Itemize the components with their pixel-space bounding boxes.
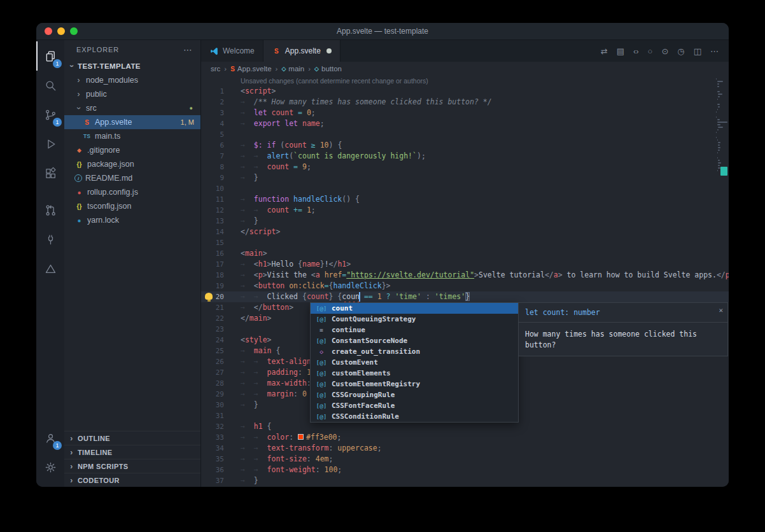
unsaved-dot[interactable] bbox=[326, 48, 332, 53]
tree-item-App.svelte[interactable]: SApp.svelte1, M bbox=[64, 115, 200, 129]
breadcrumb-App.svelte[interactable]: SApp.svelte bbox=[230, 65, 271, 73]
code-line[interactable]: 16<main> bbox=[201, 248, 729, 259]
minimap-line bbox=[716, 111, 717, 113]
code-line[interactable]: 20→ → Clicked {count} {coun == 1 ? 'time… bbox=[201, 291, 729, 302]
minimize-window-button[interactable] bbox=[57, 27, 65, 35]
suggestion-CountQueuingStrategy[interactable]: [@]CountQueuingStrategy bbox=[311, 314, 518, 325]
code-line[interactable]: 19→ <button on:click={handleClick}> bbox=[201, 281, 729, 291]
more-actions-icon[interactable]: ⋯ bbox=[183, 45, 193, 55]
activity-github-pr-button[interactable] bbox=[36, 195, 64, 225]
tree-item-label: rollup.config.js bbox=[87, 188, 138, 197]
tree-item-.gitignore[interactable]: ◆.gitignore bbox=[64, 143, 200, 157]
section-outline[interactable]: ›OUTLINE bbox=[64, 431, 200, 445]
section-npm-scripts[interactable]: ›NPM SCRIPTS bbox=[64, 459, 200, 473]
section-codetour[interactable]: ›CODETOUR bbox=[64, 473, 200, 487]
activity-explorer-button[interactable]: 1 bbox=[36, 41, 64, 71]
breadcrumb-button[interactable]: ◇button bbox=[314, 65, 342, 73]
suggestion-CSSGroupingRule[interactable]: [@]CSSGroupingRule bbox=[311, 389, 518, 400]
code-line[interactable]: 2→ /** How many times has someone clicke… bbox=[201, 97, 729, 108]
token: button bbox=[263, 303, 290, 312]
activity-remote-button[interactable] bbox=[36, 225, 64, 254]
activity-codetour-button[interactable] bbox=[36, 254, 64, 283]
code-line[interactable]: 18→ <p>Visit the <a href="https://svelte… bbox=[201, 270, 729, 281]
activity-extensions-button[interactable] bbox=[36, 158, 64, 188]
code-line[interactable]: 33→ → color: #ff3e00; bbox=[201, 432, 729, 443]
suggestion-doc: How many times has someone clicked this … bbox=[525, 329, 721, 351]
tab-app-svelte[interactable]: S App.svelte bbox=[263, 40, 340, 62]
git-compare-icon[interactable]: ⇄ bbox=[601, 46, 608, 56]
tree-item-README.md[interactable]: iREADME.md bbox=[64, 171, 200, 185]
tree-item-main.ts[interactable]: TSmain.ts bbox=[64, 129, 200, 143]
code-line[interactable]: 7→ → alert(`count is dangerously high!`)… bbox=[201, 151, 729, 162]
code-line[interactable]: 5 bbox=[201, 129, 729, 140]
suggestion-customElements[interactable]: [@]customElements bbox=[311, 368, 518, 379]
settings-button[interactable] bbox=[36, 452, 64, 482]
screencast-icon[interactable]: ⊙ bbox=[661, 46, 668, 56]
code-line[interactable]: 11→ function handleClick() { bbox=[201, 194, 729, 205]
project-root-row[interactable]: › TEST-TEMPLATE bbox=[64, 59, 200, 73]
code-line[interactable]: 35→ → font-size: 4em; bbox=[201, 454, 729, 465]
code-line[interactable]: 8→ → count = 9; bbox=[201, 162, 729, 172]
tree-item-package.json[interactable]: {}package.json bbox=[64, 157, 200, 171]
suggestion-CSSConditionRule[interactable]: [@]CSSConditionRule bbox=[311, 411, 518, 422]
section-timeline[interactable]: ›TIMELINE bbox=[64, 445, 200, 459]
accounts-button[interactable]: 1 bbox=[36, 423, 64, 452]
zoom-window-button[interactable] bbox=[70, 27, 78, 35]
minimap-line bbox=[717, 124, 720, 125]
code-line[interactable]: 34→ → text-transform: uppercase; bbox=[201, 443, 729, 454]
indent-marker: → bbox=[241, 476, 254, 485]
code-line[interactable]: 36→ → font-weight: 100; bbox=[201, 465, 729, 475]
suggestion-CustomElementRegistry[interactable]: [@]CustomElementRegistry bbox=[311, 379, 518, 389]
suggestion-CSSFontFaceRule[interactable]: [@]CSSFontFaceRule bbox=[311, 400, 518, 411]
code-line[interactable]: 14</script> bbox=[201, 227, 729, 237]
inline-view-icon[interactable]: ‹› bbox=[633, 46, 639, 56]
tree-item-src[interactable]: ›src● bbox=[64, 101, 200, 115]
extensions-icon bbox=[44, 167, 57, 180]
codelens[interactable]: Unsaved changes (cannot determine recent… bbox=[201, 76, 729, 86]
tree-item-public[interactable]: ›public bbox=[64, 87, 200, 101]
suggestion-CustomEvent[interactable]: [@]CustomEvent bbox=[311, 357, 518, 368]
editor[interactable]: Unsaved changes (cannot determine recent… bbox=[201, 76, 729, 487]
breadcrumb-main[interactable]: ◇main bbox=[281, 65, 304, 73]
code-line[interactable]: 12→ → count += 1; bbox=[201, 205, 729, 216]
suggestion-continue[interactable]: ≡continue bbox=[311, 325, 518, 335]
code-line[interactable]: 9→ } bbox=[201, 172, 729, 183]
suggestion-ConstantSourceNode[interactable]: [@]ConstantSourceNode bbox=[311, 335, 518, 346]
code-line[interactable]: 10 bbox=[201, 183, 729, 194]
lightbulb-icon[interactable] bbox=[205, 293, 213, 300]
close-icon[interactable]: ✕ bbox=[719, 305, 723, 316]
code-line[interactable]: 13→ } bbox=[201, 216, 729, 227]
code-line[interactable]: 6→ $: if (count ≥ 10) { bbox=[201, 140, 729, 151]
open-changes-icon[interactable]: ▤ bbox=[617, 46, 624, 56]
code-line[interactable]: 3→ let count = 0; bbox=[201, 108, 729, 118]
tree-item-node_modules[interactable]: ›node_modules bbox=[64, 73, 200, 87]
split-editor-icon[interactable]: ◫ bbox=[694, 46, 701, 56]
token: count bbox=[267, 206, 294, 214]
tree-item-yarn.lock[interactable]: ●yarn.lock bbox=[64, 213, 200, 227]
minimap-line bbox=[718, 96, 720, 97]
timeline-icon[interactable]: ◷ bbox=[677, 46, 684, 56]
suggestion-create_out_transition[interactable]: ◇create_out_transition bbox=[311, 346, 518, 357]
activity-source-control-button[interactable]: 1 bbox=[36, 100, 64, 129]
minimap[interactable] bbox=[716, 78, 727, 172]
activity-run-debug-button[interactable] bbox=[36, 129, 64, 158]
code-line[interactable]: 4→ export let name; bbox=[201, 118, 729, 129]
code-line[interactable]: 32→ h1 { bbox=[201, 421, 729, 432]
breadcrumb-src[interactable]: src bbox=[211, 65, 220, 73]
file-tree: ›node_modules›public›src●SApp.svelte1, M… bbox=[64, 73, 200, 227]
code-line[interactable]: 17→ <h1>Hello {name}!</h1> bbox=[201, 259, 729, 270]
tree-item-tsconfig.json[interactable]: {}tsconfig.json bbox=[64, 199, 200, 213]
token: 100 bbox=[325, 465, 338, 474]
toggle-annotations-icon[interactable]: ○ bbox=[648, 46, 653, 56]
tree-item-rollup.config.js[interactable]: ●rollup.config.js bbox=[64, 185, 200, 199]
title-bar[interactable]: App.svelte — test-template bbox=[36, 23, 729, 40]
code-line[interactable]: 15 bbox=[201, 237, 729, 248]
code-line[interactable]: 1<script> bbox=[201, 86, 729, 97]
token: p bbox=[726, 270, 729, 279]
close-window-button[interactable] bbox=[45, 27, 52, 35]
more-actions-icon[interactable]: ⋯ bbox=[710, 46, 719, 56]
tab-welcome[interactable]: Welcome bbox=[201, 40, 263, 62]
code-line[interactable]: 37→ } bbox=[201, 475, 729, 486]
suggestion-count[interactable]: [@]count bbox=[311, 303, 518, 314]
activity-search-button[interactable] bbox=[36, 71, 64, 100]
